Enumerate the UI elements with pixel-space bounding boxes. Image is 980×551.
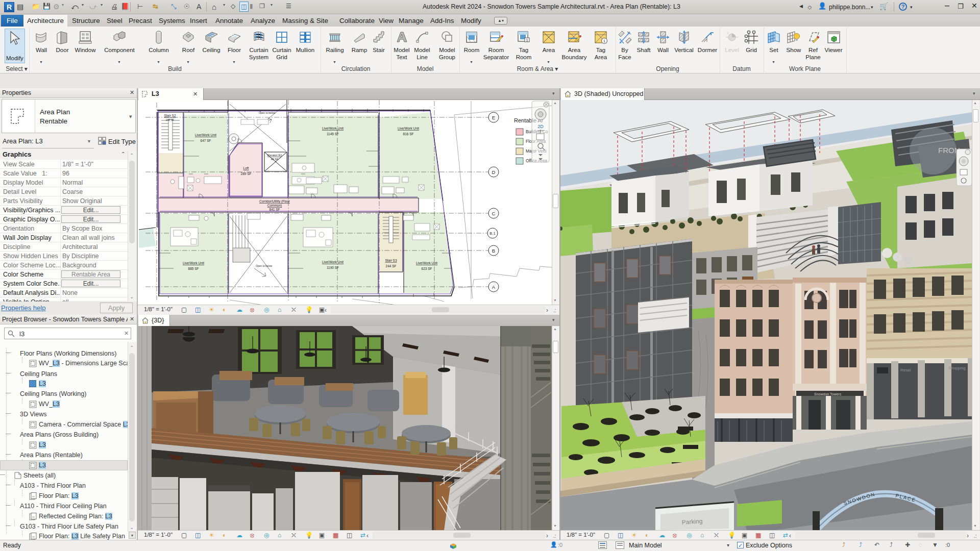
svg-text:1: 1 [526,38,528,42]
svg-text:Elevator E2: Elevator E2 [267,154,282,157]
svg-text:E: E [492,115,495,120]
svg-text:289 SF: 289 SF [241,172,252,176]
svg-text:D: D [492,169,496,175]
svg-text:Parking: Parking [681,517,703,526]
svg-text:Loft: Loft [243,166,249,170]
svg-text:Open to below: Open to below [259,111,276,114]
svg-text:49 SF: 49 SF [271,158,279,161]
svg-text:Corridor/Utility (Floor: Corridor/Utility (Floor [259,199,290,204]
svg-text:248 SF: 248 SF [166,118,174,121]
svg-text:Shopping: Shopping [948,366,966,370]
svg-text:Live/Work Unit: Live/Work Unit [398,127,419,130]
svg-text:885 SF: 885 SF [188,267,199,270]
svg-text:1190 SF: 1190 SF [327,266,339,269]
svg-text:Stair S2: Stair S2 [164,114,176,117]
svg-text:2D: 2D [537,124,544,129]
svg-text:Live/Work Unit: Live/Work Unit [183,261,204,265]
svg-text:Snowdon Towers: Snowdon Towers [814,392,842,396]
svg-text:816 SF: 816 SF [403,132,414,136]
svg-text:Common): Common) [267,204,282,208]
svg-text:1: 1 [603,39,605,43]
svg-text:C: C [492,211,496,216]
svg-text:Live/Work Unit: Live/Work Unit [195,133,216,137]
svg-text:B.1: B.1 [489,231,495,236]
svg-text:1145 SF: 1145 SF [327,132,339,136]
svg-text:Retail: Retail [900,368,911,372]
svg-text:1: 1 [727,31,729,35]
svg-text:B: B [492,248,495,254]
svg-text:A: A [492,284,496,290]
svg-text:Live/Work Unit: Live/Work Unit [322,260,344,264]
svg-text:623 SF: 623 SF [422,267,432,270]
svg-text:Open to below: Open to below [256,264,273,267]
svg-text:244 SF: 244 SF [386,264,397,268]
svg-text:Live/Work Unit: Live/Work Unit [416,261,437,265]
svg-text:647 SF: 647 SF [201,139,211,142]
svg-text:Stair S3: Stair S3 [385,259,397,262]
svg-text:841 SF: 841 SF [270,208,280,211]
svg-text:Live/Work Unit: Live/Work Unit [322,127,344,130]
